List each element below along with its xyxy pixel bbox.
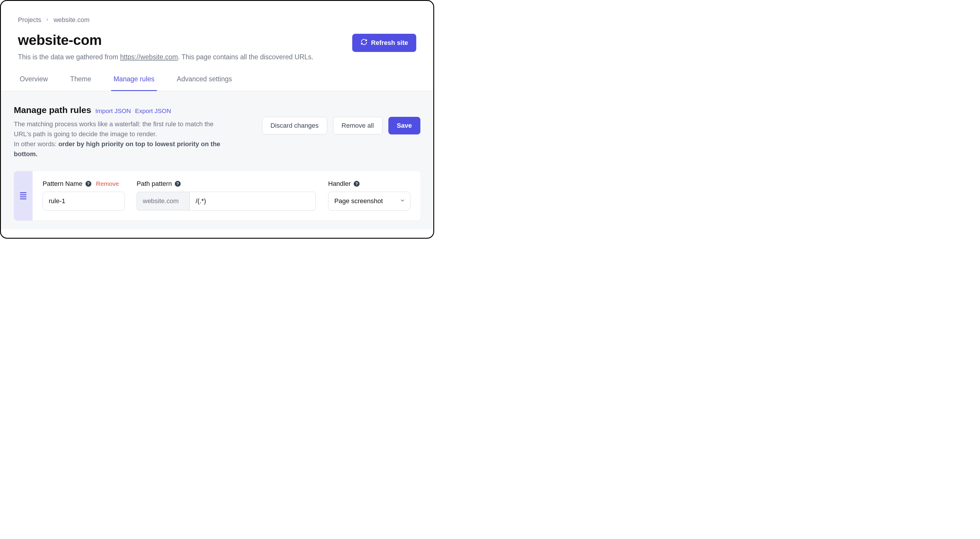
remove-rule-link[interactable]: Remove xyxy=(96,180,119,187)
pattern-name-label: Pattern Name xyxy=(43,180,83,188)
rule-row: Pattern Name ? Remove Path pattern ? web… xyxy=(14,171,420,220)
tabs: Overview Theme Manage rules Advanced set… xyxy=(1,75,433,91)
tab-overview[interactable]: Overview xyxy=(18,75,49,91)
refresh-site-button[interactable]: Refresh site xyxy=(352,34,416,52)
tab-advanced-settings[interactable]: Advanced settings xyxy=(175,75,234,91)
handler-label: Handler xyxy=(328,180,351,188)
drag-handle[interactable] xyxy=(14,171,33,220)
refresh-icon xyxy=(360,38,368,47)
discard-changes-button[interactable]: Discard changes xyxy=(262,117,327,135)
handler-select[interactable]: Page screenshot xyxy=(328,192,410,211)
handler-field: Handler ? Page screenshot xyxy=(328,180,410,211)
breadcrumb-current[interactable]: website.com xyxy=(54,16,89,24)
panel-title: Manage path rules xyxy=(14,105,91,115)
chevron-right-icon xyxy=(45,17,49,23)
pattern-name-input[interactable] xyxy=(43,192,125,211)
refresh-site-label: Refresh site xyxy=(371,39,408,47)
path-pattern-input[interactable] xyxy=(189,192,316,211)
manage-rules-panel: Manage path rules Import JSON Export JSO… xyxy=(1,91,433,229)
page-subtitle: This is the data we gathered from https:… xyxy=(18,52,313,62)
tab-manage-rules[interactable]: Manage rules xyxy=(111,75,156,91)
help-icon[interactable]: ? xyxy=(86,181,91,187)
path-pattern-field: Path pattern ? website.com xyxy=(137,180,316,211)
breadcrumb-projects[interactable]: Projects xyxy=(18,16,41,24)
source-url-link[interactable]: https://website.com xyxy=(120,53,178,61)
tab-theme[interactable]: Theme xyxy=(68,75,93,91)
export-json-link[interactable]: Export JSON xyxy=(135,108,171,114)
import-json-link[interactable]: Import JSON xyxy=(95,108,131,114)
panel-description: The matching process works like a waterf… xyxy=(14,119,231,159)
page-title: website-com xyxy=(18,32,313,48)
domain-prefix: website.com xyxy=(137,192,189,211)
help-icon[interactable]: ? xyxy=(354,181,360,187)
help-icon[interactable]: ? xyxy=(175,181,181,187)
breadcrumb: Projects website.com xyxy=(18,16,416,24)
save-button[interactable]: Save xyxy=(388,117,420,135)
drag-handle-icon xyxy=(20,192,26,199)
remove-all-button[interactable]: Remove all xyxy=(333,117,382,135)
path-pattern-label: Path pattern xyxy=(137,180,172,188)
pattern-name-field: Pattern Name ? Remove xyxy=(43,180,125,211)
